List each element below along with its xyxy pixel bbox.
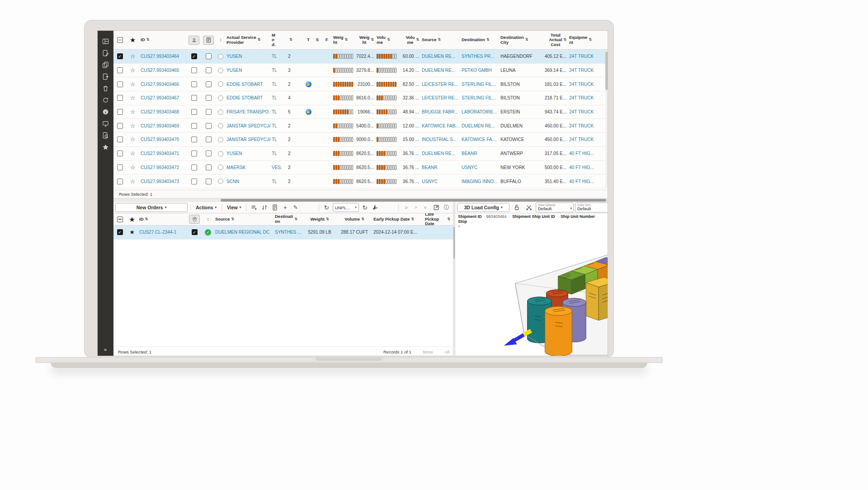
sort-toggle-icon[interactable]: ⇅ [486, 38, 490, 42]
shipment-id-link[interactable]: CUS27.993403467 [141, 95, 179, 100]
row-flag-checkbox[interactable] [191, 81, 197, 87]
pencil-button[interactable]: ✎ [291, 203, 300, 212]
sort-toggle-icon[interactable]: ⇅ [589, 38, 592, 42]
row-favorite-star[interactable]: ☆ [130, 137, 136, 142]
mode-link[interactable]: TL [272, 179, 277, 184]
row-favorite-star[interactable]: ☆ [130, 81, 136, 87]
row-favorite-star[interactable]: ☆ [130, 165, 136, 170]
service-provider-link[interactable]: SCNN [226, 179, 239, 184]
row-radio-button[interactable] [218, 123, 223, 128]
row-flag-checkbox[interactable] [191, 179, 197, 184]
mode-link[interactable]: TL [272, 82, 277, 87]
source-link[interactable]: LEICESTER RE... [422, 82, 458, 87]
row-flag-checkbox[interactable] [191, 137, 197, 142]
sort-toggle-icon[interactable]: ⇅ [257, 38, 260, 42]
sort-toggle-icon[interactable]: ⇅ [411, 217, 414, 221]
row-flag-checkbox[interactable] [206, 53, 212, 59]
info-button[interactable] [98, 106, 113, 118]
monitor-button[interactable] [98, 118, 113, 129]
mode-link[interactable]: TL [272, 151, 277, 156]
sort-toggle-icon[interactable]: ⇅ [371, 38, 374, 42]
row-select-checkbox[interactable]: ✓ [117, 229, 123, 235]
sort-toggle-icon[interactable]: ⇅ [345, 38, 348, 42]
destination-link[interactable]: PETKO GMBH [462, 68, 492, 73]
shipment-row[interactable]: ☆CUS27.993403466EDDIE STOBARTTL223100...… [113, 77, 608, 91]
select-all-checkbox[interactable] [117, 217, 123, 222]
equipment-link[interactable]: 24T TRUCK [569, 68, 594, 73]
mode-link[interactable]: VES: [272, 165, 282, 170]
row-select-checkbox[interactable] [117, 151, 123, 156]
row-flag-checkbox[interactable] [206, 151, 212, 156]
equipment-link[interactable]: 24T TRUCK [569, 82, 594, 87]
shipment-id-link[interactable]: CUS27.993403472 [141, 165, 179, 170]
row-flag-checkbox[interactable] [191, 67, 197, 73]
row-select-checkbox[interactable] [117, 179, 123, 184]
row-favorite-star[interactable]: ☆ [130, 109, 136, 115]
equipment-link[interactable]: 24T TRUCK [569, 109, 594, 114]
sort-toggle-icon[interactable]: ⇅ [145, 217, 148, 221]
service-provider-link[interactable]: JANSTAR SPEDYCJA [226, 137, 270, 142]
destination-link[interactable]: SYNTHES ... [275, 230, 301, 235]
vertical-scrollbar[interactable] [605, 51, 608, 188]
shipment-row[interactable]: ☆CUS27.993403469JANSTAR SPEDYCJATL25400.… [113, 119, 608, 133]
view-menu-button[interactable]: View▾ [225, 203, 243, 212]
horizontal-scrollbar-thumb[interactable] [221, 199, 606, 202]
all-button[interactable]: All [444, 349, 449, 354]
document-filter-button[interactable] [203, 36, 214, 45]
favorites-column-icon[interactable]: ★ [129, 217, 135, 222]
chevron-right-small-button[interactable]: > [411, 203, 420, 212]
order-id-link[interactable]: CUS27.CL-2344-1 [139, 230, 176, 235]
sort-toggle-icon[interactable]: ⇅ [525, 38, 528, 42]
unlock-button[interactable] [512, 203, 521, 212]
row-radio-button[interactable] [218, 54, 223, 59]
row-radio-button[interactable] [218, 137, 223, 142]
sort-toggle-icon[interactable]: ⇅ [361, 217, 364, 221]
shipment-row[interactable]: ☆CUS27.993403473SCNNTL28620.5...36.76 ..… [113, 174, 608, 188]
sort-toggle-icon[interactable]: ⇅ [438, 38, 441, 42]
destination-link[interactable]: DUELMEN RE... [462, 123, 495, 128]
chevron-down-button[interactable]: ∨ [420, 203, 430, 212]
edit-document-button[interactable] [98, 47, 113, 59]
row-flag-checkbox[interactable]: ✓ [191, 53, 197, 59]
row-flag-checkbox[interactable] [191, 95, 197, 101]
mode-link[interactable]: TL [272, 68, 277, 73]
row-favorite-star[interactable]: ☆ [130, 67, 136, 73]
source-link[interactable]: DUELMEN REGIONAL DC [215, 230, 269, 235]
shipment-id-link[interactable]: CUS27.993403465 [141, 68, 179, 73]
sort-toggle-icon[interactable]: ⇅ [146, 38, 150, 42]
mode-link[interactable]: TL [272, 95, 277, 100]
sort-toggle-icon[interactable]: ⇅ [563, 38, 566, 42]
destination-link[interactable]: SYNTHES PR... [462, 54, 494, 59]
sidebar-expand-button[interactable]: » [98, 347, 113, 352]
service-provider-link[interactable]: EDDIE STOBART [226, 95, 263, 100]
row-radio-button[interactable] [218, 165, 223, 170]
row-flag-checkbox[interactable] [191, 151, 197, 156]
row-favorite-star[interactable]: ☆ [130, 151, 136, 156]
service-provider-link[interactable]: YUSEN [226, 151, 242, 156]
sort-toggle-icon[interactable]: ⇅ [294, 217, 297, 221]
panel-scrollbar-thumb[interactable] [453, 227, 455, 259]
row-radio-button[interactable] [218, 151, 223, 156]
refresh-arrow-button[interactable]: ↻ [322, 203, 331, 212]
order-row[interactable]: ✓★CUS27.CL-2344-1✓✓DUELMEN REGIONAL DCSY… [113, 226, 453, 240]
row-flag-checkbox[interactable] [206, 123, 212, 129]
row-favorite-star[interactable]: ★ [129, 229, 135, 235]
wrench-button[interactable] [371, 203, 380, 212]
destination-link[interactable]: STERLING FIL... [462, 82, 496, 87]
row-radio-button[interactable] [218, 179, 223, 184]
user-filter-button[interactable] [189, 36, 199, 45]
equipment-link[interactable]: 24T TRUCK [569, 54, 594, 59]
vertical-scrollbar-thumb[interactable] [605, 52, 608, 90]
row-select-checkbox[interactable]: ✓ [117, 53, 123, 59]
row-flag-checkbox[interactable] [191, 165, 197, 170]
load-config-dropdown[interactable]: 3D Load Config▾ [457, 203, 509, 212]
row-select-checkbox[interactable] [117, 109, 123, 115]
row-flag-checkbox[interactable] [206, 109, 212, 115]
trash-button[interactable] [98, 82, 113, 94]
shipment-id-link[interactable]: CUS27.993403464 [141, 54, 179, 59]
copy-button[interactable] [98, 59, 113, 71]
shipment-id-link[interactable]: CUS27.993403469 [141, 123, 179, 128]
equipment-link[interactable]: 24T TRUCK [569, 95, 594, 100]
service-provider-link[interactable]: JANSTAR SPEDYCJA [226, 123, 270, 128]
source-link[interactable]: INDUSTRIAL S... [422, 137, 457, 142]
